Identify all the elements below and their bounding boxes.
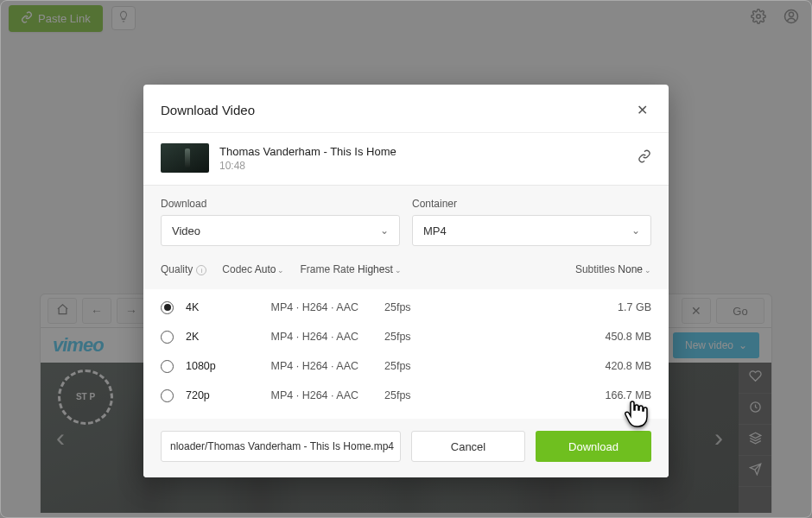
quality-codec: MP4 · H264 · AAC (246, 360, 384, 372)
quality-fps: 25fps (384, 301, 462, 313)
radio-icon (161, 360, 174, 373)
quality-size: 450.8 MB (462, 331, 651, 343)
quality-fps: 25fps (384, 389, 462, 401)
quality-label: 1080p (186, 360, 246, 372)
chevron-down-icon: ⌄ (380, 224, 389, 237)
quality-option[interactable]: 1080pMP4 · H264 · AAC25fps420.8 MB (161, 351, 651, 381)
radio-icon (161, 389, 174, 402)
container-select[interactable]: MP4 ⌄ (412, 215, 651, 246)
quality-fps: 25fps (384, 360, 462, 372)
download-button[interactable]: Download (536, 431, 651, 462)
quality-label: 720p (186, 389, 246, 401)
quality-label: 4K (186, 301, 246, 313)
copy-link-button[interactable] (638, 149, 651, 167)
chevron-down-icon: ⌄ (395, 266, 402, 275)
cancel-button[interactable]: Cancel (411, 431, 525, 462)
chevron-down-icon: ⌄ (277, 266, 284, 275)
radio-icon (161, 331, 174, 344)
download-type-select[interactable]: Video ⌄ (161, 215, 400, 246)
output-path-field[interactable]: nloader/Thomas Vanderham - This Is Home.… (161, 431, 401, 462)
quality-list: 4KMP4 · H264 · AAC25fps1.7 GB2KMP4 · H26… (143, 289, 669, 419)
download-type-label: Download (161, 198, 400, 210)
dialog-close-button[interactable]: ✕ (633, 98, 651, 122)
quality-label: Quality (161, 263, 193, 275)
browse-folder-button[interactable] (394, 439, 401, 454)
quality-codec: MP4 · H264 · AAC (246, 331, 384, 343)
quality-label: 2K (186, 331, 246, 343)
container-value: MP4 (423, 224, 447, 237)
video-thumbnail (161, 143, 209, 173)
subtitles-filter[interactable]: Subtitles None⌄ (575, 263, 651, 275)
quality-size: 420.8 MB (462, 360, 651, 372)
video-duration: 10:48 (219, 160, 396, 172)
quality-codec: MP4 · H264 · AAC (246, 389, 384, 401)
container-label: Container (412, 198, 651, 210)
quality-option[interactable]: 4KMP4 · H264 · AAC25fps1.7 GB (161, 293, 651, 322)
download-video-dialog: Download Video ✕ Thomas Vanderham - This… (143, 85, 669, 477)
radio-icon (161, 301, 174, 314)
quality-size: 1.7 GB (462, 301, 651, 313)
quality-option[interactable]: 2KMP4 · H264 · AAC25fps450.8 MB (161, 322, 651, 351)
quality-fps: 25fps (384, 331, 462, 343)
video-title: Thomas Vanderham - This Is Home (219, 145, 396, 158)
info-icon[interactable]: i (196, 265, 206, 275)
framerate-filter[interactable]: Frame Rate Highest⌄ (300, 263, 401, 275)
chevron-down-icon: ⌄ (631, 224, 640, 237)
link-icon (638, 151, 651, 166)
close-icon: ✕ (637, 103, 648, 117)
dialog-title: Download Video (161, 103, 255, 117)
download-type-value: Video (172, 224, 200, 237)
codec-filter[interactable]: Codec Auto⌄ (222, 263, 284, 275)
video-info-row: Thomas Vanderham - This Is Home 10:48 (143, 133, 669, 186)
output-path-value: nloader/Thomas Vanderham - This Is Home.… (170, 440, 394, 452)
quality-size: 166.7 MB (462, 389, 651, 401)
chevron-down-icon: ⌄ (644, 266, 651, 275)
quality-codec: MP4 · H264 · AAC (246, 301, 384, 313)
quality-option[interactable]: 720pMP4 · H264 · AAC25fps166.7 MB (161, 381, 651, 410)
